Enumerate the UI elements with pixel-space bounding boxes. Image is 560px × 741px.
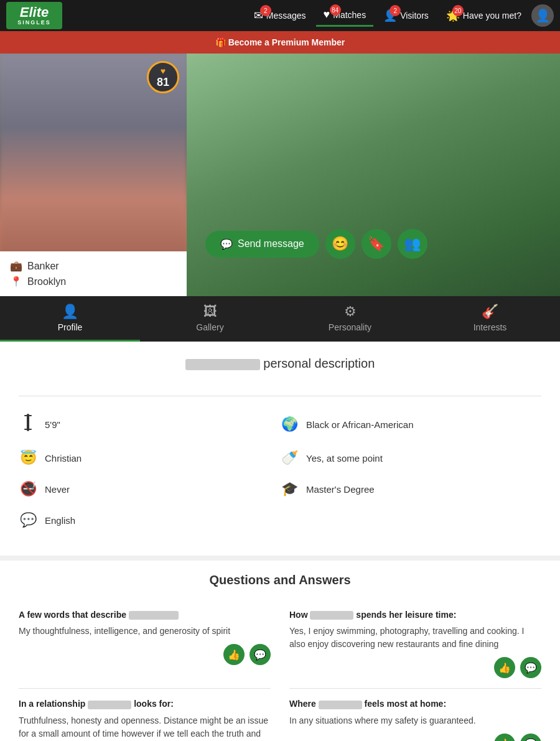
profile-tabs: 👤 Profile 🖼 Gallery ⚙ Personality 🎸 Inte… — [0, 296, 560, 342]
tab-profile-icon: 👤 — [62, 304, 78, 320]
qa-describe-like[interactable]: 👍 — [223, 644, 245, 665]
detail-religion: 😇 Christian — [19, 442, 280, 473]
premium-bold: Premium Member — [272, 37, 345, 47]
nav-have-you-met[interactable]: 20 🌟 Have you met? — [439, 5, 529, 26]
location-icon: 📍 — [10, 276, 22, 287]
profile-details: 5'9" 🌍 Black or African-American 😇 Chris… — [0, 401, 560, 548]
education-icon: 🎓 — [280, 481, 299, 497]
nav-visitors[interactable]: 2 👤 Visitors — [376, 5, 436, 26]
smoking-icon: 🚭 — [19, 481, 37, 497]
svg-rect-0 — [27, 414, 29, 431]
messages-label: Messages — [266, 11, 306, 21]
height-icon — [19, 414, 37, 435]
matches-icon: ♥ — [324, 8, 330, 21]
qa-leisure-answer: Yes, I enjoy swimming, photography, trav… — [289, 625, 541, 651]
profile-info-card: 💼 Banker 📍 Brooklyn — [0, 251, 187, 296]
tab-personality-label: Personality — [329, 322, 371, 332]
logo-elite: Elite — [20, 5, 49, 20]
blurred-name-3 — [88, 701, 131, 709]
blurred-name-1 — [129, 611, 179, 620]
header: Elite SINGLES 2 ✉ Messages 84 ♥ Matches … — [0, 0, 560, 31]
tab-personality-icon: ⚙ — [344, 304, 357, 320]
language-value: English — [45, 515, 75, 526]
qa-home-question: Where feels most at home: — [289, 699, 541, 709]
main-content: personal description 5'9" 🌍 Black or Afr… — [0, 342, 560, 741]
tab-gallery[interactable]: 🖼 Gallery — [140, 296, 280, 342]
premium-banner[interactable]: 🎁 Become a Premium Member — [0, 31, 560, 54]
detail-education: 🎓 Master's Degree — [280, 473, 541, 505]
ethnicity-icon: 🌍 — [280, 416, 299, 432]
matches-badge: 84 — [330, 4, 341, 16]
qa-describe-answer: My thoughtfulness, intelligence, and gen… — [19, 625, 271, 638]
blurred-name-2 — [310, 611, 353, 620]
qa-grid: A few words that describe My thoughtfuln… — [19, 600, 541, 741]
personal-description-section: personal description — [0, 342, 560, 391]
qa-title: Questions and Answers — [19, 573, 541, 587]
nav-matches[interactable]: 84 ♥ Matches — [316, 4, 374, 27]
match-score: 81 — [157, 76, 169, 89]
visitors-badge: 2 — [390, 5, 401, 16]
logo[interactable]: Elite SINGLES — [6, 2, 62, 29]
svg-rect-1 — [24, 415, 32, 416]
children-value: Yes, at some point — [306, 453, 383, 464]
qa-section: Questions and Answers A few words that d… — [0, 556, 560, 741]
tab-gallery-icon: 🖼 — [203, 304, 217, 320]
language-icon: 💬 — [19, 512, 37, 528]
nav-messages[interactable]: 2 ✉ Messages — [246, 5, 314, 26]
visitors-label: Visitors — [400, 11, 429, 21]
tab-profile-label: Profile — [58, 322, 83, 332]
qa-leisure-comment[interactable]: 💬 — [520, 657, 541, 678]
action-bar: 💬 Send message 😊 🔖 👥 — [205, 229, 427, 259]
premium-text: Become a — [228, 37, 272, 47]
qa-home: Where feels most at home: In any situati… — [289, 689, 541, 741]
share-button[interactable]: 👥 — [398, 229, 427, 259]
blurred-name-4 — [319, 701, 362, 709]
have-you-met-label: Have you met? — [463, 11, 521, 21]
tab-interests[interactable]: 🎸 Interests — [420, 296, 560, 342]
heart-icon: ♥ — [161, 66, 166, 76]
qa-describe-question: A few words that describe — [19, 610, 271, 620]
qa-home-actions: 👍 💬 — [289, 734, 541, 741]
detail-children: 🍼 Yes, at some point — [280, 442, 541, 473]
qa-leisure-like[interactable]: 👍 — [494, 657, 515, 678]
main-nav: 2 ✉ Messages 84 ♥ Matches 2 👤 Visitors 2… — [246, 4, 554, 27]
education-value: Master's Degree — [306, 484, 375, 495]
smoking-value: Never — [45, 484, 70, 495]
tab-interests-icon: 🎸 — [482, 304, 498, 320]
detail-smoking: 🚭 Never — [19, 473, 280, 505]
location-label: Brooklyn — [27, 276, 66, 287]
children-icon: 🍼 — [280, 450, 299, 466]
detail-language: 💬 English — [19, 505, 280, 536]
have-you-met-badge: 20 — [452, 5, 464, 16]
messages-badge: 2 — [260, 5, 271, 16]
qa-home-like[interactable]: 👍 — [494, 734, 515, 741]
blurred-name — [185, 359, 260, 370]
qa-relationship-answer: Truthfulness, honesty and openness. Dist… — [19, 714, 271, 741]
qa-describe-comment[interactable]: 💬 — [250, 644, 271, 665]
profile-location: 📍 Brooklyn — [10, 276, 177, 287]
detail-ethnicity: 🌍 Black or African-American — [280, 406, 541, 442]
section-divider — [19, 396, 541, 396]
user-avatar[interactable]: 👤 — [531, 4, 554, 27]
religion-icon: 😇 — [19, 450, 37, 466]
personal-description-label: personal description — [263, 357, 375, 370]
tab-profile[interactable]: 👤 Profile — [0, 296, 140, 342]
emoji-button[interactable]: 😊 — [325, 229, 355, 259]
bookmark-button[interactable]: 🔖 — [362, 229, 391, 259]
qa-relationship-question: In a relationship looks for: — [19, 699, 271, 709]
match-score-badge: ♥ 81 — [147, 61, 179, 93]
qa-home-answer: In any situations where my safety is gua… — [289, 714, 541, 727]
profile-hero: ♥ 81 30 🖼 1 💼 Banker 📍 Brooklyn 💬 Send m… — [0, 54, 560, 296]
tab-interests-label: Interests — [474, 322, 507, 332]
send-message-label: Send message — [238, 238, 304, 249]
detail-height: 5'9" — [19, 406, 280, 442]
qa-home-comment[interactable]: 💬 — [520, 734, 541, 741]
qa-leisure-actions: 👍 💬 — [289, 657, 541, 678]
logo-singles: SINGLES — [17, 20, 51, 26]
job-label: Banker — [27, 261, 59, 272]
qa-leisure: How spends her leisure time: Yes, I enjo… — [289, 600, 541, 689]
tab-personality[interactable]: ⚙ Personality — [280, 296, 420, 342]
qa-describe-actions: 👍 💬 — [19, 644, 271, 665]
send-message-button[interactable]: 💬 Send message — [205, 231, 319, 258]
qa-relationship: In a relationship looks for: Truthfulnes… — [19, 689, 271, 741]
